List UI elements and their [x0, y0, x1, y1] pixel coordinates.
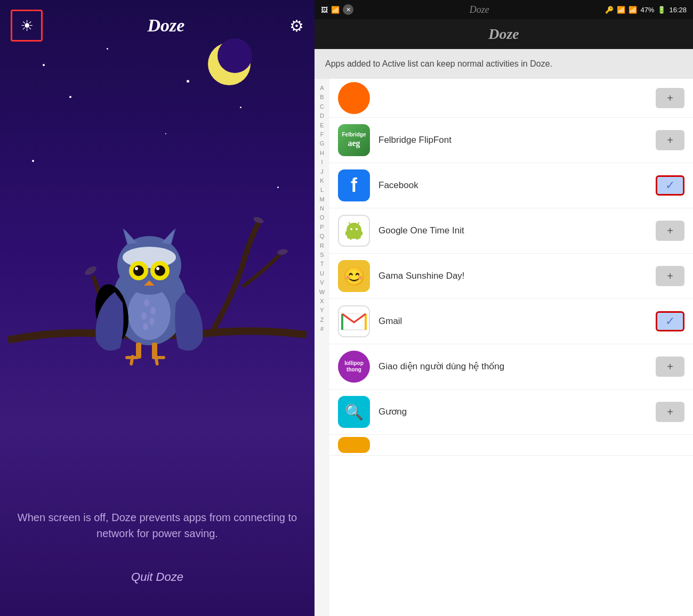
- lollipop-name: Giao diện người dùng hệ thống: [378, 361, 647, 372]
- guong-add-button[interactable]: +: [656, 402, 684, 422]
- gmail-added-button[interactable]: ✓: [656, 311, 684, 331]
- key-icon: 🔑: [605, 6, 614, 14]
- add-icon: +: [667, 92, 673, 104]
- felbridge-add-button[interactable]: +: [656, 130, 684, 150]
- facebook-icon: f: [338, 169, 370, 201]
- battery-icon: 🔋: [657, 6, 666, 14]
- alpha-hash[interactable]: #: [320, 325, 324, 333]
- list-item-gmail: Gmail ✓: [329, 299, 693, 344]
- alpha-a[interactable]: A: [320, 84, 324, 92]
- svg-rect-36: [345, 231, 348, 236]
- alpha-f[interactable]: F: [320, 131, 324, 139]
- status-right: 🔑 📶 📶 47% 🔋 16:28: [605, 6, 687, 14]
- alpha-l[interactable]: L: [320, 186, 324, 194]
- scene-container: [0, 32, 315, 563]
- google-plus-icon: +: [667, 225, 673, 237]
- alpha-m[interactable]: M: [319, 196, 324, 204]
- list-item-google: Google One Time Init +: [329, 208, 693, 254]
- android-logo: [343, 220, 365, 242]
- alpha-y[interactable]: Y: [320, 306, 324, 314]
- list-item-felbridge: Felbridgeaeg Felbridge FlipFont +: [329, 118, 693, 163]
- facebook-name: Facebook: [378, 180, 647, 191]
- right-app-title: Doze: [488, 26, 519, 43]
- brightness-icon: ☀: [20, 17, 34, 35]
- alpha-x[interactable]: X: [320, 297, 324, 305]
- gmail-icon: [338, 305, 370, 337]
- brightness-button[interactable]: ☀: [11, 10, 43, 42]
- list-item-lollipop: lollipopthong Giao diện người dùng hệ th…: [329, 344, 693, 390]
- google-icon: [338, 215, 370, 247]
- svg-rect-33: [356, 234, 358, 240]
- settings-icon[interactable]: ⚙: [289, 17, 304, 35]
- svg-point-5: [144, 299, 149, 306]
- alpha-o[interactable]: O: [320, 214, 325, 222]
- clock: 16:28: [669, 6, 687, 14]
- gama-add-button[interactable]: +: [656, 266, 684, 286]
- right-title-status: Doze: [470, 4, 489, 15]
- facebook-added-button[interactable]: ✓: [656, 175, 684, 196]
- status-title: Doze: [470, 4, 489, 15]
- gama-icon: 😊: [338, 260, 370, 292]
- svg-marker-13: [124, 229, 137, 244]
- app-list: + Felbridgeaeg Felbridge FlipFont + f Fa…: [329, 79, 693, 616]
- felbridge-plus-icon: +: [667, 134, 673, 147]
- svg-point-15: [123, 247, 176, 268]
- alphabet-sidebar: A B C D E F G H I J K L M N O P Q R S T …: [315, 79, 329, 616]
- alpha-w[interactable]: W: [319, 288, 325, 296]
- signal-icon: 📶: [331, 6, 340, 14]
- svg-point-9: [143, 323, 148, 330]
- felbridge-icon: Felbridgeaeg: [338, 124, 370, 156]
- left-panel: ☀ Doze ⚙: [0, 0, 315, 616]
- svg-rect-31: [347, 230, 361, 239]
- alpha-k[interactable]: K: [320, 177, 324, 185]
- bottom-description: When screen is off, Doze prevents apps f…: [0, 509, 315, 541]
- google-add-button[interactable]: +: [656, 221, 684, 241]
- svg-point-8: [149, 318, 155, 325]
- alpha-c[interactable]: C: [320, 103, 324, 111]
- lollipop-plus-icon: +: [667, 361, 673, 373]
- svg-point-20: [135, 267, 138, 270]
- app-list-container: A B C D E F G H I J K L M N O P Q R S T …: [315, 79, 693, 616]
- alpha-s[interactable]: S: [320, 251, 324, 259]
- felbridge-name: Felbridge FlipFont: [378, 134, 647, 146]
- partial-top-add-button[interactable]: +: [656, 88, 684, 108]
- svg-point-6: [150, 307, 156, 314]
- partial-top-icon: [338, 82, 370, 114]
- alpha-t[interactable]: T: [320, 260, 324, 268]
- partial-bottom-icon: [338, 437, 370, 453]
- alpha-h[interactable]: H: [320, 149, 324, 157]
- alpha-n[interactable]: N: [320, 205, 324, 213]
- svg-rect-37: [360, 231, 362, 236]
- alpha-v[interactable]: V: [320, 279, 324, 287]
- wifi-icon: 📶: [617, 6, 625, 14]
- alpha-b[interactable]: B: [320, 93, 324, 101]
- list-item-partial-top: +: [329, 79, 693, 118]
- gama-name: Gama Sunshine Day!: [378, 270, 647, 282]
- alpha-e[interactable]: E: [320, 121, 324, 129]
- lollipop-add-button[interactable]: +: [656, 356, 684, 377]
- svg-point-18: [133, 265, 144, 276]
- svg-point-35: [356, 228, 358, 230]
- alpha-g[interactable]: G: [320, 140, 325, 148]
- google-name: Google One Time Init: [378, 225, 647, 237]
- quit-button[interactable]: Quit Doze: [131, 570, 183, 584]
- alpha-p[interactable]: P: [320, 223, 324, 231]
- alpha-r[interactable]: R: [320, 242, 324, 250]
- info-banner: Apps added to Active list can keep norma…: [315, 49, 693, 79]
- alpha-i[interactable]: I: [321, 158, 323, 166]
- svg-rect-32: [350, 234, 352, 240]
- alpha-q[interactable]: Q: [320, 232, 325, 240]
- status-bar: 🖼 📶 ✕ Doze 🔑 📶 📶 47% 🔋 16:28: [315, 0, 693, 19]
- svg-point-34: [350, 228, 352, 230]
- gmail-check-icon: ✓: [665, 314, 675, 328]
- alpha-u[interactable]: U: [320, 270, 324, 278]
- list-item-guong: 🔍 Gương +: [329, 390, 693, 435]
- alpha-j[interactable]: J: [320, 168, 324, 176]
- alpha-z[interactable]: Z: [320, 316, 324, 324]
- battery-percent: 47%: [640, 6, 654, 14]
- alpha-d[interactable]: D: [320, 112, 324, 120]
- cancel-icon: ✕: [343, 4, 353, 15]
- right-panel: 🖼 📶 ✕ Doze 🔑 📶 📶 47% 🔋 16:28 Doze Apps a…: [315, 0, 693, 616]
- gmail-name: Gmail: [378, 315, 647, 327]
- signal-bars: 📶: [628, 6, 637, 14]
